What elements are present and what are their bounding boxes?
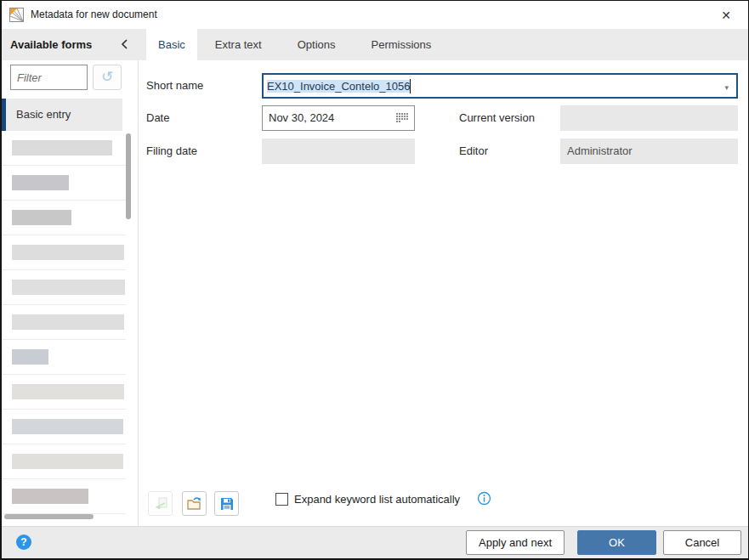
form-list-item[interactable] [2,270,126,305]
chevron-down-icon[interactable]: ▾ [724,83,729,92]
load-metadata-button[interactable] [182,491,207,516]
save-metadata-button[interactable] [214,491,239,516]
cancel-button[interactable]: Cancel [663,530,741,555]
available-forms-header: Available forms [10,29,92,60]
filing-date-field [262,139,415,164]
form-list-item-placeholder-bar [12,314,124,330]
short-name-input[interactable]: EX10_Invoice_Contelo_1056 ▾ [262,73,738,99]
tab-permissions[interactable]: Permissions [354,29,450,60]
form-list-item[interactable] [2,444,126,479]
form-list-item-placeholder-bar [12,384,124,399]
expand-keywords-checkbox[interactable] [275,493,288,506]
refresh-icon: ↺ [101,69,113,85]
form-list-item[interactable] [2,375,126,410]
form-list-item[interactable] [2,131,126,166]
form-list-item-placeholder-bar [12,210,71,225]
editor-field: Administrator [560,139,738,164]
form-list-item-placeholder-bar [12,349,48,365]
tab-bar: Basic Extra text Options Permissions [146,29,449,60]
form-list-item-placeholder-bar [12,489,88,504]
horizontal-scrollbar-thumb[interactable] [4,514,94,519]
ok-button[interactable]: OK [577,530,656,555]
sidebar-item-basic-entry[interactable]: Basic entry [2,99,122,131]
form-list-item-placeholder-bar [12,454,123,469]
current-version-field [560,105,738,131]
save-icon [219,496,235,512]
form-list-item[interactable] [2,166,126,201]
tab-extra-text[interactable]: Extra text [197,29,280,60]
collapse-sidebar-icon[interactable] [118,37,132,51]
form-list-item-placeholder-bar [12,280,125,295]
open-folder-icon [186,496,202,512]
elo-app-icon [9,8,24,22]
help-icon[interactable]: ? [16,535,31,550]
top-band: Available forms Basic Extra text Options… [2,29,748,60]
window-title: Metadata for new document [31,8,157,20]
expand-keywords-label[interactable]: Expand keyword list automatically [294,493,460,506]
tab-basic[interactable]: Basic [146,29,197,60]
info-icon[interactable] [477,491,491,506]
form-list-item[interactable] [2,410,126,444]
metadata-dialog: Metadata for new document ✕ Available fo… [0,0,749,560]
filter-input[interactable] [10,65,88,90]
calendar-icon[interactable] [396,113,409,125]
import-icon [153,496,168,512]
dialog-footer: ? Apply and next OK Cancel [2,526,748,560]
date-label: Date [146,111,169,125]
date-input[interactable]: Nov 30, 2024 [262,105,415,131]
title-bar: Metadata for new document ✕ [2,1,748,29]
form-list-item-placeholder-bar [12,175,69,190]
current-version-label: Current version [459,111,535,125]
form-list-item-placeholder-bar [12,140,112,156]
form-list-item-placeholder-bar [12,245,124,260]
form-list-item-placeholder-bar [12,419,123,434]
close-icon[interactable]: ✕ [718,7,735,24]
form-list-item[interactable] [2,305,126,340]
form-list-placeholders [2,131,126,514]
form-list-item[interactable] [2,201,126,235]
short-name-value: EX10_Invoice_Contelo_1056 [267,80,410,93]
available-forms-panel: ↺ Basic entry [2,60,139,526]
form-list-item[interactable] [2,479,126,514]
short-name-label: Short name [146,79,203,93]
editor-label: Editor [459,144,488,158]
refresh-button[interactable]: ↺ [93,65,122,90]
text-caret [410,79,411,93]
form-list-item[interactable] [2,235,126,270]
import-metadata-button [148,491,173,516]
filing-date-label: Filing date [146,144,197,158]
date-value: Nov 30, 2024 [269,111,334,124]
tab-options[interactable]: Options [280,29,354,60]
form-list-item[interactable] [2,340,126,375]
vertical-scrollbar-thumb[interactable] [126,133,131,219]
apply-and-next-button[interactable]: Apply and next [466,530,565,555]
